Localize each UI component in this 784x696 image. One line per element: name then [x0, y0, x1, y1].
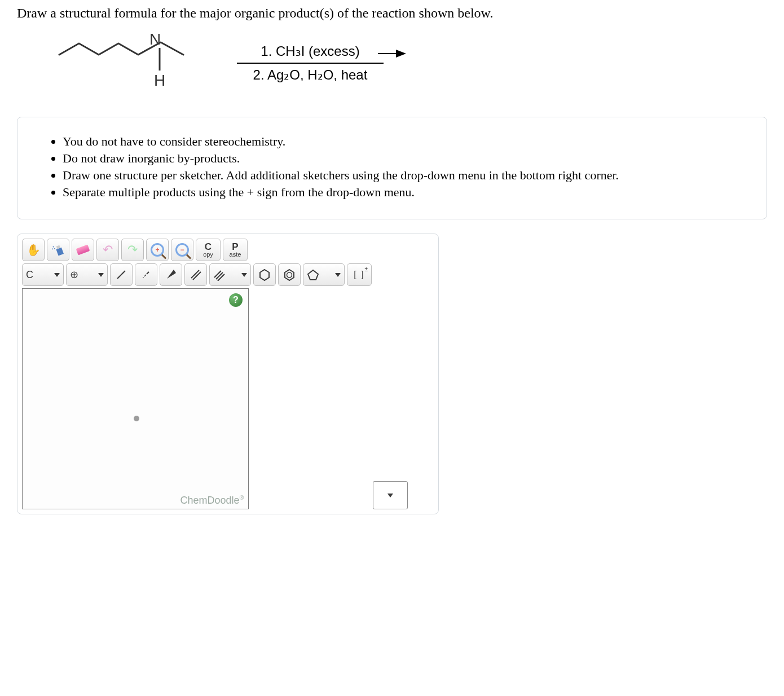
reaction-arrow-head [378, 48, 406, 59]
zoom-in-icon: + [151, 243, 164, 257]
zoom-out-icon: − [175, 243, 189, 257]
redo-icon: ↷ [127, 243, 138, 257]
triple-bond-icon [213, 268, 226, 281]
instruction-item: You do not have to consider stereochemis… [63, 134, 744, 149]
undo-icon: ↶ [103, 243, 113, 257]
bracket-pm: ± [365, 266, 368, 272]
instructions-panel: You do not have to consider stereochemis… [17, 117, 767, 219]
condition-line-2: 2. Ag₂O, H₂O, heat [248, 66, 373, 84]
svg-point-6 [52, 248, 54, 250]
cyclohexane-button[interactable] [253, 263, 276, 286]
benzene-button[interactable] [278, 263, 301, 286]
wedge-bond-button[interactable] [160, 263, 182, 286]
svg-line-9 [143, 277, 144, 278]
question-text: Draw a structural formula for the major … [17, 6, 767, 21]
paste-label-small: aste [230, 252, 241, 258]
svg-line-16 [216, 272, 223, 279]
reaction-scheme: N H 1. CH₃I (excess) 2. Ag₂O, H₂O, heat [56, 32, 767, 94]
chevron-down-icon [54, 273, 60, 277]
svg-line-11 [147, 272, 149, 274]
bracket-label: [ ] [354, 270, 364, 280]
triple-bond-picker-button[interactable] [209, 263, 251, 286]
brackets-button[interactable]: [ ] ± [347, 263, 372, 286]
svg-line-15 [214, 271, 221, 277]
svg-line-8 [117, 271, 125, 279]
wedge-bond-icon [165, 268, 177, 281]
nitrogen-label: N [149, 32, 161, 48]
help-button[interactable]: ? [229, 293, 243, 307]
svg-marker-2 [396, 50, 406, 58]
eraser-icon [76, 245, 90, 256]
redo-button[interactable]: ↷ [121, 239, 144, 261]
hydrogen-label: H [154, 72, 165, 89]
canvas-start-atom[interactable] [134, 416, 139, 421]
reaction-arrow-line [237, 63, 384, 64]
copy-button[interactable]: C opy [196, 239, 221, 261]
svg-marker-19 [285, 270, 294, 280]
drawing-canvas[interactable]: ? ChemDoodle® [22, 288, 249, 509]
element-picker-button[interactable]: C [22, 263, 64, 286]
spray-tool-button[interactable] [47, 239, 69, 261]
svg-point-20 [287, 272, 292, 277]
copy-label-small: opy [203, 252, 213, 258]
help-icon: ? [233, 295, 239, 305]
hand-tool-button[interactable]: ✋ [22, 239, 45, 261]
svg-point-7 [54, 248, 56, 250]
hand-icon: ✋ [27, 243, 41, 257]
svg-marker-21 [308, 270, 318, 280]
double-bond-icon [190, 268, 202, 281]
chevron-down-icon [241, 273, 247, 277]
paste-label-big: P [232, 242, 238, 252]
benzene-icon [283, 268, 296, 281]
svg-line-10 [144, 275, 146, 276]
pentagon-icon [307, 268, 319, 281]
chevron-down-icon [335, 273, 341, 277]
spray-icon [50, 241, 67, 258]
charge-picker-button[interactable]: ⊕ [66, 263, 108, 286]
instruction-item: Do not draw inorganic by-products. [63, 151, 744, 166]
svg-marker-12 [167, 270, 176, 279]
sketcher-panel: ✋ ↶ ↷ + − C opy P aste C ⊕ [17, 234, 439, 514]
condition-line-1: 1. CH₃I (excess) [255, 42, 365, 60]
instruction-item: Separate multiple products using the + s… [63, 185, 744, 200]
zoom-in-button[interactable]: + [146, 239, 169, 261]
svg-point-5 [52, 246, 54, 248]
svg-marker-18 [260, 270, 269, 280]
chevron-down-icon [387, 494, 393, 497]
paste-button[interactable]: P aste [223, 239, 248, 261]
element-label: C [26, 269, 33, 281]
charge-label: ⊕ [70, 268, 78, 281]
add-sketcher-dropdown[interactable] [373, 481, 408, 509]
recessed-bond-button[interactable] [135, 263, 157, 286]
single-bond-icon [115, 268, 127, 281]
chevron-down-icon [98, 273, 104, 277]
instruction-item: Draw one structure per sketcher. Add add… [63, 168, 744, 183]
copy-label-big: C [205, 242, 212, 252]
ring-picker-button[interactable] [303, 263, 345, 286]
chemdoodle-branding: ChemDoodle® [180, 495, 244, 506]
toolbar-row-1: ✋ ↶ ↷ + − C opy P aste [22, 239, 434, 261]
eraser-tool-button[interactable] [72, 239, 94, 261]
svg-line-17 [218, 274, 224, 281]
zoom-out-button[interactable]: − [171, 239, 193, 261]
toolbar-row-2: C ⊕ [22, 263, 434, 286]
instructions-list: You do not have to consider stereochemis… [40, 134, 744, 200]
undo-button[interactable]: ↶ [96, 239, 119, 261]
hexagon-icon [258, 268, 271, 281]
double-bond-button[interactable] [184, 263, 207, 286]
recessed-bond-icon [140, 268, 152, 281]
single-bond-button[interactable] [110, 263, 133, 286]
reactant-structure: N H [56, 32, 203, 94]
